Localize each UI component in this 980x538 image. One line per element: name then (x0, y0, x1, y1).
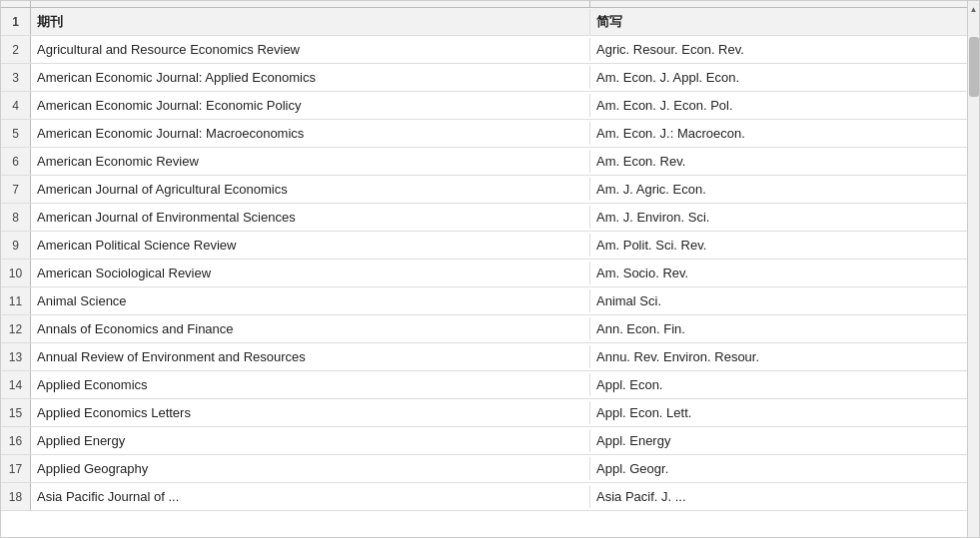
spreadsheet: 1期刊简写2Agricultural and Resource Economic… (0, 0, 980, 538)
cell-journal-name[interactable]: American Economic Review (31, 150, 590, 173)
row-number: 8 (1, 204, 31, 231)
table-row[interactable]: 7American Journal of Agricultural Econom… (1, 176, 979, 204)
cell-journal-name[interactable]: American Journal of Agricultural Economi… (31, 178, 590, 201)
row-number: 10 (1, 260, 31, 286)
row-number: 15 (1, 399, 31, 426)
col-header-a[interactable] (31, 1, 590, 7)
table-row[interactable]: 18Asia Pacific Journal of ...Asia Pacif.… (1, 483, 979, 511)
row-number: 11 (1, 287, 31, 314)
row-number: 17 (1, 455, 31, 482)
row-number: 18 (1, 483, 31, 510)
cell-journal-name[interactable]: Applied Economics (31, 373, 590, 396)
cell-abbreviation[interactable]: Am. Econ. Rev. (590, 150, 979, 173)
table-row[interactable]: 15Applied Economics LettersAppl. Econ. L… (1, 399, 979, 427)
row-number: 2 (1, 36, 31, 63)
table-row[interactable]: 3American Economic Journal: Applied Econ… (1, 64, 979, 92)
row-number: 1 (1, 8, 31, 35)
cell-abbreviation[interactable]: Am. Econ. J. Appl. Econ. (590, 66, 979, 89)
cell-journal-name[interactable]: 期刊 (31, 9, 590, 35)
cell-abbreviation[interactable]: Am. Econ. J.: Macroecon. (590, 122, 979, 145)
row-number: 16 (1, 427, 31, 454)
cell-abbreviation[interactable]: Am. Polit. Sci. Rev. (590, 234, 979, 257)
table-body: 1期刊简写2Agricultural and Resource Economic… (1, 8, 979, 537)
table-row[interactable]: 16Applied EnergyAppl. Energy (1, 427, 979, 455)
scrollbar-thumb[interactable] (969, 37, 979, 97)
cell-journal-name[interactable]: Asia Pacific Journal of ... (31, 485, 590, 508)
cell-abbreviation[interactable]: Am. Econ. J. Econ. Pol. (590, 94, 979, 117)
cell-abbreviation[interactable]: Agric. Resour. Econ. Rev. (590, 38, 979, 61)
row-number: 3 (1, 64, 31, 91)
table-row[interactable]: 8American Journal of Environmental Scien… (1, 204, 979, 232)
table-row[interactable]: 17Applied GeographyAppl. Geogr. (1, 455, 979, 483)
table-row[interactable]: 11Animal ScienceAnimal Sci. (1, 287, 979, 315)
cell-abbreviation[interactable]: Appl. Econ. Lett. (590, 401, 979, 424)
cell-abbreviation[interactable]: Appl. Econ. (590, 373, 979, 396)
cell-abbreviation[interactable]: Appl. Energy (590, 429, 979, 452)
cell-journal-name[interactable]: American Economic Journal: Macroeconomic… (31, 122, 590, 145)
table-row[interactable]: 6American Economic ReviewAm. Econ. Rev. (1, 148, 979, 176)
table-row[interactable]: 14Applied EconomicsAppl. Econ. (1, 371, 979, 399)
cell-journal-name[interactable]: American Political Science Review (31, 234, 590, 257)
cell-journal-name[interactable]: Annals of Economics and Finance (31, 317, 590, 340)
cell-journal-name[interactable]: American Economic Journal: Applied Econo… (31, 66, 590, 89)
row-number: 12 (1, 315, 31, 342)
table-row[interactable]: 9American Political Science ReviewAm. Po… (1, 232, 979, 260)
table-row[interactable]: 13Annual Review of Environment and Resou… (1, 343, 979, 371)
cell-journal-name[interactable]: Applied Geography (31, 457, 590, 480)
cell-abbreviation[interactable]: Asia Pacif. J. ... (590, 485, 979, 508)
table-row[interactable]: 5American Economic Journal: Macroeconomi… (1, 120, 979, 148)
row-number: 14 (1, 371, 31, 398)
cell-journal-name[interactable]: Agricultural and Resource Economics Revi… (31, 38, 590, 61)
cell-journal-name[interactable]: American Economic Journal: Economic Poli… (31, 94, 590, 117)
cell-journal-name[interactable]: Applied Economics Letters (31, 401, 590, 424)
table-row[interactable]: 2Agricultural and Resource Economics Rev… (1, 36, 979, 64)
cell-abbreviation[interactable]: Annu. Rev. Environ. Resour. (590, 345, 979, 368)
cell-journal-name[interactable]: Annual Review of Environment and Resourc… (31, 345, 590, 368)
table-row[interactable]: 12Annals of Economics and FinanceAnn. Ec… (1, 315, 979, 343)
row-number: 6 (1, 148, 31, 175)
cell-journal-name[interactable]: American Journal of Environmental Scienc… (31, 206, 590, 229)
scrollbar[interactable]: ▲ (967, 1, 979, 537)
cell-abbreviation[interactable]: Appl. Geogr. (590, 457, 979, 480)
cell-abbreviation[interactable]: Animal Sci. (590, 289, 979, 312)
cell-abbreviation[interactable]: Am. J. Environ. Sci. (590, 206, 979, 229)
cell-abbreviation[interactable]: Am. J. Agric. Econ. (590, 178, 979, 201)
row-number: 13 (1, 343, 31, 370)
table-row[interactable]: 10American Sociological ReviewAm. Socio.… (1, 260, 979, 287)
column-headers (1, 1, 979, 8)
cell-journal-name[interactable]: Animal Science (31, 289, 590, 312)
cell-journal-name[interactable]: American Sociological Review (31, 262, 590, 284)
row-num-header-empty (1, 1, 31, 7)
table-row[interactable]: 1期刊简写 (1, 8, 979, 36)
cell-abbreviation[interactable]: Am. Socio. Rev. (590, 262, 979, 284)
table-row[interactable]: 4American Economic Journal: Economic Pol… (1, 92, 979, 120)
cell-abbreviation[interactable]: Ann. Econ. Fin. (590, 317, 979, 340)
row-number: 5 (1, 120, 31, 147)
cell-journal-name[interactable]: Applied Energy (31, 429, 590, 452)
row-number: 9 (1, 232, 31, 259)
row-number: 4 (1, 92, 31, 119)
col-header-b[interactable] (590, 1, 979, 7)
row-number: 7 (1, 176, 31, 203)
cell-abbreviation[interactable]: 简写 (590, 9, 979, 35)
scrollbar-up-arrow[interactable]: ▲ (968, 1, 980, 17)
